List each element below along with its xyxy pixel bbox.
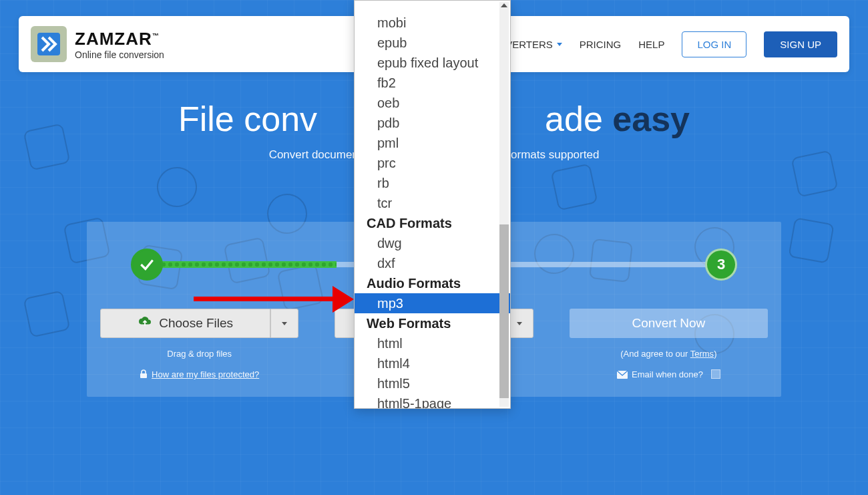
format-option[interactable]: epub: [355, 33, 510, 53]
choose-files-group: Choose Files: [100, 309, 298, 338]
format-option[interactable]: dxf: [355, 253, 510, 273]
drag-drop-hint: Drag & drop files: [100, 349, 298, 359]
hero-title-pre: File conv: [178, 100, 317, 138]
format-option[interactable]: mobi: [355, 13, 510, 33]
format-option[interactable]: tcr: [355, 193, 510, 213]
format-option[interactable]: prc: [355, 153, 510, 173]
caret-down-icon: [517, 322, 522, 325]
lock-icon: [140, 369, 148, 381]
caret-down-icon: [282, 322, 287, 325]
cloud-upload-icon: [138, 316, 152, 331]
files-protected-link[interactable]: How are my files protected?: [152, 369, 259, 379]
caret-down-icon: [557, 43, 562, 46]
choose-files-button[interactable]: Choose Files: [100, 309, 270, 338]
logo[interactable]: ZAMZAR™ Online file conversion: [31, 26, 164, 62]
step-3: 3: [705, 249, 737, 281]
nav-pricing[interactable]: PRICING: [580, 39, 622, 50]
login-button[interactable]: LOG IN: [682, 31, 746, 57]
step-1-done: [131, 249, 163, 281]
top-nav: CONVERTERS PRICING HELP LOG IN SIGN UP: [483, 31, 837, 57]
svg-rect-1: [140, 373, 147, 378]
format-option[interactable]: html5-1page: [355, 393, 510, 409]
format-group-audio: Audio Formats: [355, 273, 510, 293]
format-option[interactable]: oeb: [355, 93, 510, 113]
hero-title-mid: ade: [545, 100, 612, 138]
terms-link[interactable]: Terms: [690, 349, 714, 359]
logo-arrows-icon: [31, 26, 67, 62]
agree-pre: (And agree to our: [620, 349, 690, 359]
format-option[interactable]: epub fixed layout: [355, 53, 510, 73]
check-icon: [138, 256, 156, 273]
format-group-web: Web Formats: [355, 313, 510, 333]
convert-now-button[interactable]: Convert Now: [570, 309, 768, 338]
format-option[interactable]: html: [355, 333, 510, 353]
envelope-icon: [617, 371, 628, 381]
hero-sub-post: + formats supported: [498, 148, 600, 161]
format-group-cad: CAD Formats: [355, 213, 510, 233]
scrollbar-thumb[interactable]: [499, 224, 509, 398]
signup-button[interactable]: SIGN UP: [764, 31, 837, 57]
agree-terms: (And agree to our Terms): [570, 349, 768, 359]
format-option-selected[interactable]: mp3: [355, 293, 510, 313]
email-when-done-label: Email when done?: [632, 369, 703, 379]
format-dropdown[interactable]: mobi epub epub fixed layout fb2 oeb pdb …: [354, 0, 511, 409]
format-option[interactable]: html5: [355, 373, 510, 393]
agree-post: ): [714, 349, 716, 359]
format-option[interactable]: html4: [355, 353, 510, 373]
annotation-arrow: [194, 286, 354, 313]
hero-title-easy: easy: [612, 100, 690, 138]
email-when-done-checkbox[interactable]: [711, 369, 720, 379]
scroll-up-arrow-icon[interactable]: [501, 3, 507, 7]
format-option[interactable]: rb: [355, 173, 510, 193]
brand-tagline: Online file conversion: [75, 49, 164, 60]
choose-files-dropdown[interactable]: [270, 309, 298, 338]
nav-help[interactable]: HELP: [638, 39, 664, 50]
format-option[interactable]: dwg: [355, 233, 510, 253]
choose-files-label: Choose Files: [159, 316, 233, 331]
format-option[interactable]: fb2: [355, 73, 510, 93]
format-option[interactable]: pdb: [355, 113, 510, 133]
format-option[interactable]: pml: [355, 133, 510, 153]
brand-name: ZAMZAR: [75, 29, 152, 49]
